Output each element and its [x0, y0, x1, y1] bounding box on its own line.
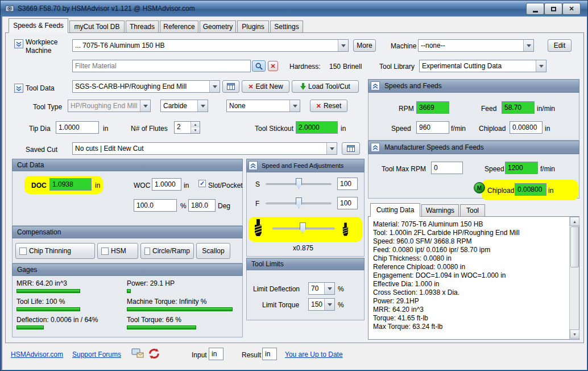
rpm-input[interactable]: [416, 101, 449, 114]
scroll-thumb[interactable]: [570, 226, 579, 267]
tab-reference[interactable]: Reference: [160, 20, 198, 33]
dropdown-arrow-icon[interactable]: [523, 40, 533, 51]
collapse-manufacturer-button[interactable]: [371, 143, 380, 152]
dropdown-arrow-icon[interactable]: [326, 143, 337, 154]
title-bar[interactable]: S3669 F58.70 by HSMAdvisor v1.121 @ HSMA…: [1, 1, 587, 17]
sync-icon[interactable]: [147, 348, 161, 359]
minimize-button[interactable]: [526, 3, 544, 15]
tip-dia-input[interactable]: [56, 121, 99, 134]
mfr-speed-input[interactable]: [505, 162, 538, 174]
hsm-button[interactable]: HSM: [97, 243, 138, 259]
tool-library-combo[interactable]: Experimental Cutting Data: [419, 60, 546, 72]
dropdown-arrow-icon[interactable]: [209, 81, 220, 92]
chip-thinning-checkbox[interactable]: [19, 248, 27, 255]
cutting-data-scrollbar[interactable]: ▲ ▼: [569, 217, 579, 339]
f-slider[interactable]: [266, 197, 332, 209]
reset-button[interactable]: ✕ Reset: [310, 100, 347, 112]
tab-threads[interactable]: Threads: [126, 20, 159, 33]
scroll-up-button[interactable]: ▲: [570, 217, 579, 226]
hsm-checkbox[interactable]: [101, 248, 109, 255]
limit-torque-combo[interactable]: 150: [308, 298, 335, 311]
multiplier-slider[interactable]: [272, 222, 335, 234]
edit-machine-button[interactable]: Edit: [548, 39, 572, 52]
maximize-button[interactable]: [544, 3, 562, 15]
cutting-data-line: Engagement: DOC=1.094 in WOC=1.000 in: [373, 271, 506, 279]
speed-input[interactable]: [416, 121, 449, 134]
machine-combo[interactable]: --none--: [418, 39, 534, 52]
tool-type-label: Tool Type: [33, 103, 62, 111]
search-button[interactable]: [252, 60, 266, 72]
cutting-data-line: Max Torque: 63.24 ft-lb: [373, 323, 443, 331]
filter-material-input[interactable]: [72, 60, 251, 72]
slider-thumb[interactable]: [296, 178, 302, 189]
s-slider[interactable]: [266, 178, 332, 189]
tool-type-combo[interactable]: HP/Roughing End Mill: [68, 100, 151, 112]
dropdown-arrow-icon[interactable]: [140, 100, 150, 112]
more-button[interactable]: More: [353, 39, 376, 52]
tab-geometry[interactable]: Geometry: [200, 20, 236, 33]
tab-settings[interactable]: Settings: [270, 20, 303, 33]
spin-up-icon[interactable]: ▲: [191, 122, 200, 127]
saved-cut-combo[interactable]: No cuts | Edit New Cut: [72, 142, 337, 155]
collapse-tool-data-button[interactable]: [14, 84, 23, 93]
f-value-input[interactable]: [337, 197, 358, 209]
mfr-chipload-label: Chipload: [487, 187, 514, 195]
slot-pocket-checkbox[interactable]: ✓: [198, 180, 206, 187]
dropdown-arrow-icon[interactable]: [324, 299, 334, 310]
chip-thinning-button[interactable]: Chip Thinning: [15, 243, 95, 259]
woc-input[interactable]: [152, 178, 181, 191]
tab-mycut-tool-db[interactable]: myCut Tool DB: [69, 20, 125, 33]
scroll-down-button[interactable]: ▼: [570, 329, 579, 339]
slider-thumb[interactable]: [296, 197, 302, 208]
tool-database-button[interactable]: [222, 80, 239, 93]
info-tab-tool[interactable]: Tool: [460, 204, 485, 217]
angle-input[interactable]: [188, 199, 216, 212]
cut-data-title: Cut Data: [17, 161, 44, 169]
close-button[interactable]: ✕: [562, 3, 581, 15]
spin-down-icon[interactable]: ▼: [191, 127, 200, 133]
woc-percent-input[interactable]: [134, 199, 177, 212]
input-unit-box[interactable]: [209, 348, 223, 360]
dropdown-arrow-icon[interactable]: [338, 40, 348, 51]
tab-plugins[interactable]: Plugins: [237, 20, 269, 33]
dropdown-arrow-icon[interactable]: [536, 60, 546, 72]
saved-cut-table-button[interactable]: [342, 142, 360, 155]
feed-input[interactable]: [502, 101, 535, 114]
info-tab-warnings[interactable]: Warnings: [421, 204, 459, 217]
circle-ramp-checkbox[interactable]: [144, 248, 150, 255]
doc-input[interactable]: [49, 178, 92, 191]
collapse-adjustments-button[interactable]: [249, 161, 258, 170]
circle-ramp-button[interactable]: Circle/Ramp: [140, 243, 194, 259]
dropdown-arrow-icon[interactable]: [324, 283, 334, 294]
home-link[interactable]: HSMAdvisor.com: [11, 351, 63, 358]
speeds-feeds-title: Speeds and Feeds: [384, 82, 442, 90]
dropdown-arrow-icon[interactable]: [289, 100, 300, 112]
collapse-speeds-feeds-button[interactable]: [371, 81, 380, 90]
hardness-scale: Brinell: [343, 63, 362, 71]
flutes-stepper[interactable]: 2 ▲ ▼: [174, 121, 200, 134]
max-rpm-input[interactable]: [431, 162, 463, 174]
tool-combo[interactable]: SGS-S-CARB-HP/Roughing End Mill: [72, 80, 220, 93]
load-tool-cut-button[interactable]: Load Tool/Cut: [292, 80, 359, 93]
s-value-input[interactable]: [337, 178, 358, 190]
update-status-link[interactable]: You are Up to Date: [285, 351, 343, 358]
collapse-workpiece-button[interactable]: [14, 39, 23, 48]
chipload-input[interactable]: [510, 121, 543, 134]
material-combo[interactable]: ... 7075-T6 Aluminum 150 HB: [72, 39, 349, 52]
scallop-button[interactable]: Scallop: [196, 243, 230, 259]
info-tab-label: Cutting Data: [376, 206, 415, 214]
edit-new-button[interactable]: ✕ Edit New: [242, 80, 289, 93]
forums-link[interactable]: Support Forums: [72, 351, 121, 358]
tab-speeds-feeds[interactable]: Speeds & Feeds: [9, 18, 68, 33]
limit-deflection-combo[interactable]: 70: [308, 282, 335, 295]
tool-material-combo[interactable]: Carbide: [160, 100, 208, 112]
stickout-input[interactable]: [296, 121, 338, 134]
dropdown-arrow-icon[interactable]: [197, 100, 208, 112]
mfr-chipload-input[interactable]: [515, 183, 546, 196]
result-unit-box[interactable]: [262, 348, 277, 360]
feedback-icon[interactable]: [131, 348, 144, 358]
info-tab-cutting-data[interactable]: Cutting Data: [370, 203, 420, 217]
coating-combo[interactable]: None: [226, 100, 300, 112]
clear-filter-button[interactable]: ✕: [268, 61, 278, 71]
slider-thumb[interactable]: [300, 222, 306, 233]
